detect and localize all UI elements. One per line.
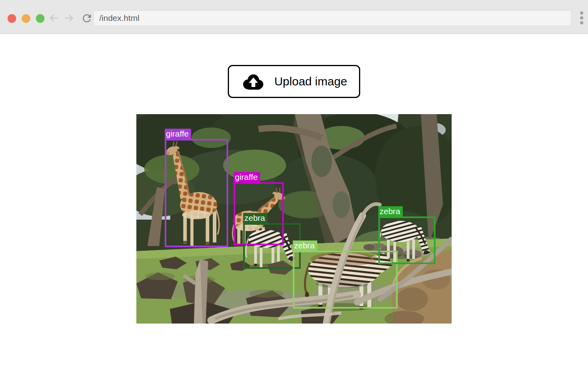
- upload-button-label: Upload image: [274, 75, 347, 88]
- detection-label: giraffe: [165, 129, 191, 139]
- minimize-button[interactable]: [22, 14, 30, 23]
- cloud-upload-icon: [241, 73, 265, 91]
- upload-image-button[interactable]: Upload image: [228, 65, 360, 98]
- url-bar[interactable]: /index.html: [93, 10, 571, 26]
- traffic-lights: [7, 14, 45, 23]
- browser-window: /index.html Upload image: [0, 0, 588, 381]
- back-arrow-icon[interactable]: [48, 12, 60, 24]
- detection-overlay: giraffegiraffezebrazebrazebra: [136, 114, 452, 324]
- kebab-menu-icon[interactable]: [580, 11, 584, 25]
- zebra-detection-box: zebra: [378, 216, 435, 264]
- fullscreen-button[interactable]: [36, 14, 45, 23]
- zebra-detection-box: zebra: [243, 223, 301, 269]
- reload-icon[interactable]: [81, 12, 93, 24]
- browser-chrome: /index.html: [0, 0, 588, 34]
- close-button[interactable]: [7, 14, 16, 23]
- detection-label: zebra: [378, 206, 403, 216]
- detection-label: zebra: [243, 213, 268, 223]
- uploaded-photo: giraffegiraffezebrazebrazebra: [136, 114, 452, 324]
- detection-label: giraffe: [234, 172, 260, 182]
- detection-label: zebra: [293, 240, 317, 251]
- nav-controls: [48, 12, 93, 24]
- giraffe-detection-box: giraffe: [165, 139, 228, 247]
- forward-arrow-icon[interactable]: [63, 12, 75, 24]
